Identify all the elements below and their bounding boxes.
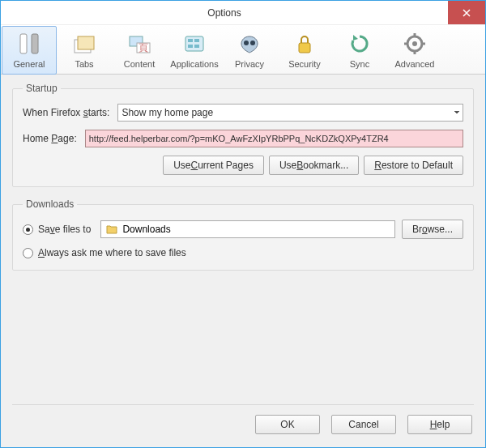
sync-icon — [346, 30, 373, 58]
titlebar: Options — [1, 1, 485, 25]
footer: OK Cancel Help — [1, 405, 485, 447]
always-ask-label: Always ask me where to save files — [38, 247, 186, 258]
browse-button[interactable]: Browse... — [402, 220, 463, 239]
advanced-icon — [401, 30, 428, 58]
close-button[interactable] — [448, 1, 485, 24]
downloads-legend: Downloads — [23, 198, 77, 210]
download-path-field[interactable]: Downloads — [100, 220, 395, 238]
window-title: Options — [1, 1, 448, 24]
use-current-pages-button[interactable]: Use Current Pages — [163, 156, 264, 175]
panel-body: Startup When Firefox starts: Show my hom… — [1, 75, 485, 404]
svg-rect-0 — [20, 34, 27, 53]
homepage-input[interactable] — [85, 130, 463, 147]
svg-rect-14 — [299, 43, 310, 53]
tab-label: General — [13, 59, 45, 69]
svg-point-16 — [412, 41, 417, 46]
svg-rect-8 — [188, 39, 193, 42]
tab-label: Sync — [350, 59, 369, 69]
tab-security[interactable]: Security — [277, 27, 332, 74]
svg-rect-10 — [188, 45, 193, 48]
category-toolbar: General Tabs 頁 Content Applications Priv… — [1, 25, 485, 75]
homepage-label: Home Page: — [23, 133, 77, 144]
when-starts-select[interactable]: Show my home page — [117, 104, 463, 122]
folder-icon — [106, 224, 117, 234]
tabs-icon — [70, 30, 98, 58]
svg-rect-9 — [194, 39, 199, 42]
when-starts-label: When Firefox starts: — [23, 107, 109, 118]
tab-advanced[interactable]: Advanced — [387, 27, 442, 74]
tab-label: Content — [124, 59, 156, 69]
svg-point-13 — [250, 41, 255, 45]
use-bookmark-button[interactable]: Use Bookmark... — [269, 156, 359, 175]
options-window: Options General Tabs 頁 Content Applicati… — [0, 0, 486, 448]
restore-default-button[interactable]: Restore to Default — [364, 156, 463, 175]
close-icon — [463, 9, 471, 17]
tab-applications[interactable]: Applications — [167, 27, 222, 74]
startup-legend: Startup — [23, 83, 61, 94]
svg-rect-3 — [78, 36, 94, 49]
tab-general[interactable]: General — [2, 26, 57, 75]
save-files-label: Save files to — [38, 224, 91, 235]
ok-button[interactable]: OK — [255, 415, 320, 434]
download-path-text: Downloads — [122, 224, 170, 235]
tab-privacy[interactable]: Privacy — [222, 27, 277, 74]
tab-sync[interactable]: Sync — [332, 27, 387, 74]
startup-group: Startup When Firefox starts: Show my hom… — [12, 83, 474, 187]
tab-label: Applications — [170, 59, 218, 69]
tab-label: Security — [288, 59, 321, 69]
save-files-radio[interactable] — [23, 224, 33, 235]
tab-label: Tabs — [75, 59, 93, 69]
svg-rect-1 — [32, 34, 38, 53]
cancel-button[interactable]: Cancel — [331, 415, 396, 434]
svg-rect-7 — [185, 36, 203, 51]
tab-label: Advanced — [395, 59, 435, 69]
svg-point-12 — [244, 41, 249, 45]
general-icon — [15, 30, 43, 58]
always-ask-radio[interactable] — [23, 248, 33, 258]
downloads-group: Downloads Save files to Downloads Browse… — [12, 198, 474, 271]
svg-text:頁: 頁 — [139, 42, 148, 53]
security-icon — [291, 30, 318, 58]
svg-rect-11 — [194, 45, 199, 48]
tab-tabs[interactable]: Tabs — [57, 27, 112, 74]
tab-content[interactable]: 頁 Content — [112, 27, 167, 74]
help-button[interactable]: Help — [407, 415, 472, 434]
privacy-icon — [236, 30, 263, 58]
tab-label: Privacy — [235, 59, 264, 69]
applications-icon — [181, 30, 208, 58]
content-icon: 頁 — [126, 30, 153, 58]
